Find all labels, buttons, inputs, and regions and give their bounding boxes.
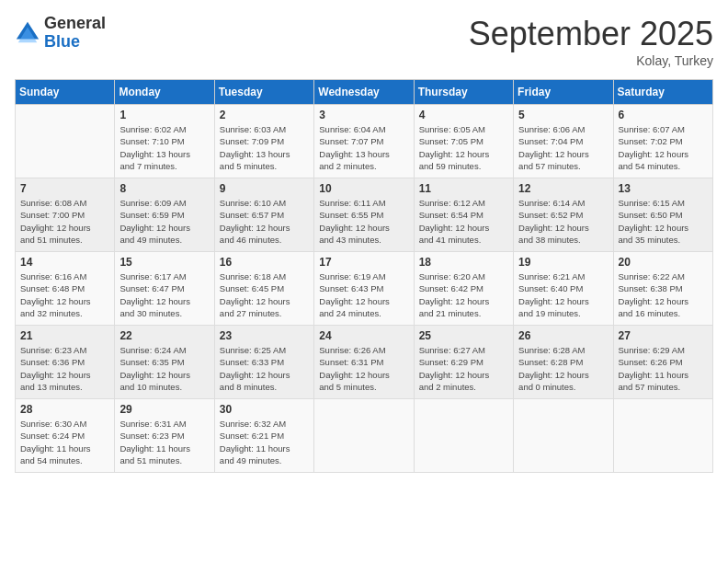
calendar-cell: 26Sunrise: 6:28 AM Sunset: 6:28 PM Dayli… [514,326,613,399]
day-info: Sunrise: 6:11 AM Sunset: 6:55 PM Dayligh… [319,197,408,246]
day-info: Sunrise: 6:31 AM Sunset: 6:23 PM Dayligh… [119,418,209,466]
header-row: SundayMondayTuesdayWednesdayThursdayFrid… [16,80,713,105]
calendar-week-row: 14Sunrise: 6:16 AM Sunset: 6:48 PM Dayli… [16,252,713,326]
day-info: Sunrise: 6:25 AM Sunset: 6:33 PM Dayligh… [220,344,309,393]
day-number: 4 [419,109,508,121]
day-info: Sunrise: 6:05 AM Sunset: 7:05 PM Dayligh… [419,123,508,172]
day-info: Sunrise: 6:24 AM Sunset: 6:35 PM Dayligh… [119,344,209,393]
calendar-cell: 24Sunrise: 6:26 AM Sunset: 6:31 PM Dayli… [314,326,414,399]
day-number: 15 [119,256,209,269]
calendar-cell [16,105,115,178]
calendar-cell: 23Sunrise: 6:25 AM Sunset: 6:33 PM Dayli… [214,326,313,399]
day-number: 11 [419,182,508,195]
day-number: 2 [220,109,309,121]
calendar-cell: 2Sunrise: 6:03 AM Sunset: 7:09 PM Daylig… [214,105,313,178]
calendar-cell: 30Sunrise: 6:32 AM Sunset: 6:21 PM Dayli… [214,399,313,473]
calendar-cell: 4Sunrise: 6:05 AM Sunset: 7:05 PM Daylig… [414,105,513,178]
month-title: September 2025 [469,15,713,53]
day-info: Sunrise: 6:12 AM Sunset: 6:54 PM Dayligh… [419,197,508,246]
day-number: 10 [319,182,408,195]
weekday-header: Saturday [613,80,712,105]
logo-icon [15,20,40,46]
calendar-cell: 28Sunrise: 6:30 AM Sunset: 6:24 PM Dayli… [16,399,115,473]
day-info: Sunrise: 6:18 AM Sunset: 6:45 PM Dayligh… [220,270,309,319]
day-info: Sunrise: 6:20 AM Sunset: 6:42 PM Dayligh… [419,270,508,319]
calendar-cell: 8Sunrise: 6:09 AM Sunset: 6:59 PM Daylig… [115,178,214,252]
day-number: 12 [518,182,608,195]
logo-blue-text: Blue [44,33,106,52]
weekday-header: Sunday [16,80,115,105]
calendar-cell: 22Sunrise: 6:24 AM Sunset: 6:35 PM Dayli… [115,326,214,399]
calendar-cell: 25Sunrise: 6:27 AM Sunset: 6:29 PM Dayli… [414,326,513,399]
day-info: Sunrise: 6:15 AM Sunset: 6:50 PM Dayligh… [619,197,708,246]
calendar-cell: 7Sunrise: 6:08 AM Sunset: 7:00 PM Daylig… [16,178,115,252]
day-info: Sunrise: 6:30 AM Sunset: 6:24 PM Dayligh… [20,418,109,466]
calendar-table: SundayMondayTuesdayWednesdayThursdayFrid… [15,79,713,473]
calendar-cell: 1Sunrise: 6:02 AM Sunset: 7:10 PM Daylig… [115,105,214,178]
day-number: 20 [619,256,708,269]
day-info: Sunrise: 6:17 AM Sunset: 6:47 PM Dayligh… [119,270,209,319]
logo: General Blue [15,15,106,52]
calendar-week-row: 1Sunrise: 6:02 AM Sunset: 7:10 PM Daylig… [16,105,713,178]
calendar-cell: 20Sunrise: 6:22 AM Sunset: 6:38 PM Dayli… [613,252,712,326]
calendar-cell [414,399,513,473]
day-number: 14 [20,256,109,269]
calendar-cell: 29Sunrise: 6:31 AM Sunset: 6:23 PM Dayli… [115,399,214,473]
calendar-cell [514,399,613,473]
calendar-cell: 3Sunrise: 6:04 AM Sunset: 7:07 PM Daylig… [314,105,414,178]
weekday-header: Wednesday [314,80,414,105]
calendar-week-row: 21Sunrise: 6:23 AM Sunset: 6:36 PM Dayli… [16,326,713,399]
day-number: 24 [319,329,408,342]
weekday-header: Friday [514,80,613,105]
page-header: General Blue September 2025 Kolay, Turke… [15,15,713,68]
calendar-week-row: 7Sunrise: 6:08 AM Sunset: 7:00 PM Daylig… [16,178,713,252]
day-number: 5 [518,109,608,121]
day-info: Sunrise: 6:29 AM Sunset: 6:26 PM Dayligh… [619,344,708,393]
day-number: 27 [619,329,708,342]
logo-general-text: General [44,15,106,33]
day-info: Sunrise: 6:26 AM Sunset: 6:31 PM Dayligh… [319,344,408,393]
day-number: 13 [619,182,708,195]
day-number: 7 [20,182,109,195]
calendar-cell: 27Sunrise: 6:29 AM Sunset: 6:26 PM Dayli… [613,326,712,399]
calendar-cell: 11Sunrise: 6:12 AM Sunset: 6:54 PM Dayli… [414,178,513,252]
calendar-cell [613,399,712,473]
calendar-cell: 5Sunrise: 6:06 AM Sunset: 7:04 PM Daylig… [514,105,613,178]
day-info: Sunrise: 6:22 AM Sunset: 6:38 PM Dayligh… [619,270,708,319]
day-info: Sunrise: 6:02 AM Sunset: 7:10 PM Dayligh… [119,123,209,172]
calendar-cell: 9Sunrise: 6:10 AM Sunset: 6:57 PM Daylig… [214,178,313,252]
calendar-cell: 21Sunrise: 6:23 AM Sunset: 6:36 PM Dayli… [16,326,115,399]
calendar-cell: 19Sunrise: 6:21 AM Sunset: 6:40 PM Dayli… [514,252,613,326]
day-number: 3 [319,109,408,121]
day-info: Sunrise: 6:06 AM Sunset: 7:04 PM Dayligh… [518,123,608,172]
day-info: Sunrise: 6:28 AM Sunset: 6:28 PM Dayligh… [518,344,608,393]
day-number: 8 [119,182,209,195]
day-info: Sunrise: 6:07 AM Sunset: 7:02 PM Dayligh… [619,123,708,172]
day-info: Sunrise: 6:21 AM Sunset: 6:40 PM Dayligh… [518,270,608,319]
day-info: Sunrise: 6:32 AM Sunset: 6:21 PM Dayligh… [220,418,309,466]
calendar-cell: 10Sunrise: 6:11 AM Sunset: 6:55 PM Dayli… [314,178,414,252]
weekday-header: Monday [115,80,214,105]
calendar-week-row: 28Sunrise: 6:30 AM Sunset: 6:24 PM Dayli… [16,399,713,473]
calendar-cell: 18Sunrise: 6:20 AM Sunset: 6:42 PM Dayli… [414,252,513,326]
day-number: 29 [119,403,209,416]
day-number: 19 [518,256,608,269]
calendar-cell: 6Sunrise: 6:07 AM Sunset: 7:02 PM Daylig… [613,105,712,178]
day-number: 16 [220,256,309,269]
calendar-cell: 12Sunrise: 6:14 AM Sunset: 6:52 PM Dayli… [514,178,613,252]
day-info: Sunrise: 6:19 AM Sunset: 6:43 PM Dayligh… [319,270,408,319]
calendar-cell: 15Sunrise: 6:17 AM Sunset: 6:47 PM Dayli… [115,252,214,326]
calendar-cell: 16Sunrise: 6:18 AM Sunset: 6:45 PM Dayli… [214,252,313,326]
day-number: 26 [518,329,608,342]
day-info: Sunrise: 6:23 AM Sunset: 6:36 PM Dayligh… [20,344,109,393]
day-info: Sunrise: 6:08 AM Sunset: 7:00 PM Dayligh… [20,197,109,246]
day-info: Sunrise: 6:04 AM Sunset: 7:07 PM Dayligh… [319,123,408,172]
day-info: Sunrise: 6:10 AM Sunset: 6:57 PM Dayligh… [220,197,309,246]
day-info: Sunrise: 6:27 AM Sunset: 6:29 PM Dayligh… [419,344,508,393]
weekday-header: Tuesday [214,80,313,105]
day-number: 30 [220,403,309,416]
calendar-cell [314,399,414,473]
day-info: Sunrise: 6:03 AM Sunset: 7:09 PM Dayligh… [220,123,309,172]
day-number: 1 [119,109,209,121]
day-number: 23 [220,329,309,342]
